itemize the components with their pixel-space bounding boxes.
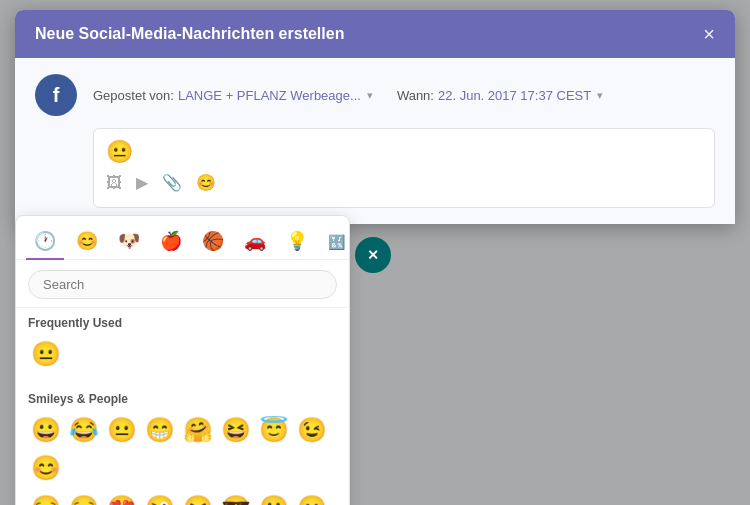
when-dropdown-icon[interactable]: ▾ <box>597 89 603 102</box>
when-value: 22. Jun. 2017 17:37 CEST <box>438 88 591 103</box>
activities-icon: 🏀 <box>202 231 224 251</box>
modal-body: f Gepostet von: LANGE + PFLANZ Werbeage.… <box>15 58 735 224</box>
emoji-item[interactable]: 😀 <box>28 412 64 448</box>
emoji-item[interactable]: 😝 <box>180 490 216 505</box>
animals-icon: 🐶 <box>118 231 140 251</box>
facebook-avatar: f <box>35 74 77 116</box>
modal-overlay: Neue Social-Media-Nachrichten erstellen … <box>0 0 750 505</box>
emoji-item[interactable]: 😁 <box>142 412 178 448</box>
meta-fields: Gepostet von: LANGE + PFLANZ Werbeage...… <box>93 88 715 103</box>
emoji-item[interactable]: 😆 <box>218 412 254 448</box>
posted-by-value: LANGE + PFLANZ Werbeage... <box>178 88 361 103</box>
emoji-item[interactable]: 😊 <box>28 450 64 486</box>
symbols-icon: 🔣 <box>328 234 345 250</box>
emoji-item[interactable]: 😇 <box>256 412 292 448</box>
image-icon[interactable]: 🖼 <box>106 174 122 192</box>
smileys-title: Smileys & People <box>28 392 337 406</box>
emoji-item[interactable]: 😐 <box>104 412 140 448</box>
smileys-section: Smileys & People 😀 😂 😐 😁 🤗 😆 😇 😉 😊 😒 😏 😍… <box>16 384 349 505</box>
compose-content: 😐 <box>106 139 702 165</box>
modal-close-button[interactable]: × <box>703 24 715 44</box>
posted-by-label: Gepostet von: <box>93 88 174 103</box>
emoji-item[interactable]: 😕 <box>256 490 292 505</box>
frequently-used-title: Frequently Used <box>28 316 337 330</box>
emoji-tab-recent[interactable]: 🕐 <box>26 224 64 260</box>
frequently-used-section: Frequently Used 😐 <box>16 308 349 384</box>
when-field: Wann: 22. Jun. 2017 17:37 CEST ▾ <box>397 88 603 103</box>
smileys-icon: 😊 <box>76 231 98 251</box>
when-label: Wann: <box>397 88 434 103</box>
emoji-tab-symbols[interactable]: 🔣 <box>320 225 350 260</box>
attachment-icon[interactable]: 📎 <box>162 173 182 192</box>
emoji-item[interactable]: 😜 <box>142 490 178 505</box>
emoji-item[interactable]: 😉 <box>294 412 330 448</box>
posted-by-field: Gepostet von: LANGE + PFLANZ Werbeage...… <box>93 88 373 103</box>
posted-by-dropdown-icon[interactable]: ▾ <box>367 89 373 102</box>
emoji-tab-animals[interactable]: 🐶 <box>110 224 148 260</box>
compose-area[interactable]: 😐 🖼 ▶ 📎 😊 <box>93 128 715 208</box>
modal-title: Neue Social-Media-Nachrichten erstellen <box>35 25 344 43</box>
frequently-used-row: 😐 <box>28 336 337 372</box>
emoji-item[interactable]: 😂 <box>66 412 102 448</box>
smileys-row-1: 😀 😂 😐 😁 🤗 😆 😇 😉 😊 <box>28 412 337 486</box>
emoji-tab-objects[interactable]: 💡 <box>278 224 316 260</box>
post-meta-row: f Gepostet von: LANGE + PFLANZ Werbeage.… <box>35 74 715 116</box>
emoji-tab-travel[interactable]: 🚗 <box>236 224 274 260</box>
emoji-search-input[interactable] <box>28 270 337 299</box>
emoji-search-container <box>16 260 349 308</box>
emoji-tab-activities[interactable]: 🏀 <box>194 224 232 260</box>
emoji-item[interactable]: 🤗 <box>180 412 216 448</box>
emoji-item[interactable]: 😎 <box>218 490 254 505</box>
emoji-item[interactable]: 😶 <box>294 490 330 505</box>
modal-header: Neue Social-Media-Nachrichten erstellen … <box>15 10 735 58</box>
objects-icon: 💡 <box>286 231 308 251</box>
emoji-tab-food[interactable]: 🍎 <box>152 224 190 260</box>
emoji-item[interactable]: 😏 <box>66 490 102 505</box>
compose-toolbar: 🖼 ▶ 📎 😊 <box>106 173 702 192</box>
food-icon: 🍎 <box>160 231 182 251</box>
emoji-icon[interactable]: 😊 <box>196 173 216 192</box>
play-icon[interactable]: ▶ <box>136 173 148 192</box>
travel-icon: 🚗 <box>244 231 266 251</box>
emoji-item[interactable]: 😍 <box>104 490 140 505</box>
emoji-picker: 🕐 😊 🐶 🍎 🏀 🚗 💡 🔣 <box>15 215 350 505</box>
modal: Neue Social-Media-Nachrichten erstellen … <box>15 10 735 224</box>
emoji-tabs: 🕐 😊 🐶 🍎 🏀 🚗 💡 🔣 <box>16 216 349 260</box>
smileys-row-2: 😒 😏 😍 😜 😝 😎 😕 😶 😑 <box>28 490 337 505</box>
xing-avatar: ✕ <box>355 237 391 273</box>
emoji-tab-smileys[interactable]: 😊 <box>68 224 106 260</box>
emoji-item[interactable]: 😐 <box>28 336 64 372</box>
emoji-item[interactable]: 😒 <box>28 490 64 505</box>
recent-icon: 🕐 <box>34 231 56 251</box>
